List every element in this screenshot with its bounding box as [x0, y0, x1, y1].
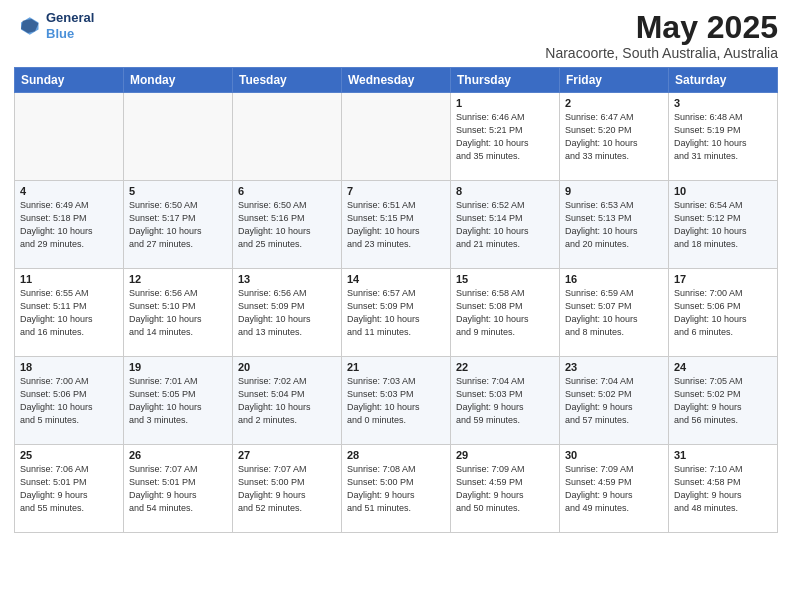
calendar-cell: 10Sunrise: 6:54 AM Sunset: 5:12 PM Dayli… [669, 181, 778, 269]
day-info: Sunrise: 6:53 AM Sunset: 5:13 PM Dayligh… [565, 199, 663, 251]
day-number: 26 [129, 449, 227, 461]
logo: General Blue [14, 10, 94, 41]
calendar-week-2: 4Sunrise: 6:49 AM Sunset: 5:18 PM Daylig… [15, 181, 778, 269]
day-number: 12 [129, 273, 227, 285]
calendar-cell: 29Sunrise: 7:09 AM Sunset: 4:59 PM Dayli… [451, 445, 560, 533]
calendar-cell [124, 93, 233, 181]
day-number: 28 [347, 449, 445, 461]
col-wednesday: Wednesday [342, 68, 451, 93]
day-number: 21 [347, 361, 445, 373]
calendar-cell [233, 93, 342, 181]
day-number: 31 [674, 449, 772, 461]
day-info: Sunrise: 7:00 AM Sunset: 5:06 PM Dayligh… [674, 287, 772, 339]
calendar-cell: 2Sunrise: 6:47 AM Sunset: 5:20 PM Daylig… [560, 93, 669, 181]
day-number: 1 [456, 97, 554, 109]
logo-line2: Blue [46, 26, 74, 41]
day-info: Sunrise: 7:03 AM Sunset: 5:03 PM Dayligh… [347, 375, 445, 427]
day-info: Sunrise: 7:01 AM Sunset: 5:05 PM Dayligh… [129, 375, 227, 427]
calendar-cell: 15Sunrise: 6:58 AM Sunset: 5:08 PM Dayli… [451, 269, 560, 357]
calendar-cell [342, 93, 451, 181]
col-sunday: Sunday [15, 68, 124, 93]
calendar-week-3: 11Sunrise: 6:55 AM Sunset: 5:11 PM Dayli… [15, 269, 778, 357]
day-info: Sunrise: 7:04 AM Sunset: 5:02 PM Dayligh… [565, 375, 663, 427]
day-info: Sunrise: 6:46 AM Sunset: 5:21 PM Dayligh… [456, 111, 554, 163]
day-info: Sunrise: 7:07 AM Sunset: 5:00 PM Dayligh… [238, 463, 336, 515]
day-number: 22 [456, 361, 554, 373]
day-number: 27 [238, 449, 336, 461]
day-info: Sunrise: 7:02 AM Sunset: 5:04 PM Dayligh… [238, 375, 336, 427]
day-number: 25 [20, 449, 118, 461]
day-info: Sunrise: 6:51 AM Sunset: 5:15 PM Dayligh… [347, 199, 445, 251]
day-info: Sunrise: 7:09 AM Sunset: 4:59 PM Dayligh… [565, 463, 663, 515]
day-number: 7 [347, 185, 445, 197]
day-number: 20 [238, 361, 336, 373]
day-number: 9 [565, 185, 663, 197]
title-block: May 2025 Naracoorte, South Australia, Au… [545, 10, 778, 61]
day-info: Sunrise: 6:57 AM Sunset: 5:09 PM Dayligh… [347, 287, 445, 339]
day-number: 13 [238, 273, 336, 285]
calendar-cell: 28Sunrise: 7:08 AM Sunset: 5:00 PM Dayli… [342, 445, 451, 533]
calendar-cell: 6Sunrise: 6:50 AM Sunset: 5:16 PM Daylig… [233, 181, 342, 269]
calendar-cell: 23Sunrise: 7:04 AM Sunset: 5:02 PM Dayli… [560, 357, 669, 445]
day-info: Sunrise: 6:50 AM Sunset: 5:16 PM Dayligh… [238, 199, 336, 251]
day-info: Sunrise: 6:48 AM Sunset: 5:19 PM Dayligh… [674, 111, 772, 163]
calendar-cell: 5Sunrise: 6:50 AM Sunset: 5:17 PM Daylig… [124, 181, 233, 269]
day-info: Sunrise: 7:07 AM Sunset: 5:01 PM Dayligh… [129, 463, 227, 515]
logo-text: General Blue [46, 10, 94, 41]
day-info: Sunrise: 6:52 AM Sunset: 5:14 PM Dayligh… [456, 199, 554, 251]
day-info: Sunrise: 7:04 AM Sunset: 5:03 PM Dayligh… [456, 375, 554, 427]
calendar-cell: 17Sunrise: 7:00 AM Sunset: 5:06 PM Dayli… [669, 269, 778, 357]
calendar-cell: 9Sunrise: 6:53 AM Sunset: 5:13 PM Daylig… [560, 181, 669, 269]
day-number: 18 [20, 361, 118, 373]
calendar-cell: 21Sunrise: 7:03 AM Sunset: 5:03 PM Dayli… [342, 357, 451, 445]
day-info: Sunrise: 7:10 AM Sunset: 4:58 PM Dayligh… [674, 463, 772, 515]
calendar-cell: 1Sunrise: 6:46 AM Sunset: 5:21 PM Daylig… [451, 93, 560, 181]
day-info: Sunrise: 7:08 AM Sunset: 5:00 PM Dayligh… [347, 463, 445, 515]
calendar-header-row: Sunday Monday Tuesday Wednesday Thursday… [15, 68, 778, 93]
col-saturday: Saturday [669, 68, 778, 93]
day-number: 19 [129, 361, 227, 373]
day-info: Sunrise: 6:47 AM Sunset: 5:20 PM Dayligh… [565, 111, 663, 163]
calendar-week-5: 25Sunrise: 7:06 AM Sunset: 5:01 PM Dayli… [15, 445, 778, 533]
day-number: 5 [129, 185, 227, 197]
calendar-cell: 8Sunrise: 6:52 AM Sunset: 5:14 PM Daylig… [451, 181, 560, 269]
logo-line1: General [46, 10, 94, 26]
calendar-cell: 26Sunrise: 7:07 AM Sunset: 5:01 PM Dayli… [124, 445, 233, 533]
calendar-cell: 19Sunrise: 7:01 AM Sunset: 5:05 PM Dayli… [124, 357, 233, 445]
day-number: 29 [456, 449, 554, 461]
page: General Blue May 2025 Naracoorte, South … [0, 0, 792, 612]
day-info: Sunrise: 7:05 AM Sunset: 5:02 PM Dayligh… [674, 375, 772, 427]
day-info: Sunrise: 6:56 AM Sunset: 5:10 PM Dayligh… [129, 287, 227, 339]
day-number: 24 [674, 361, 772, 373]
day-number: 30 [565, 449, 663, 461]
col-monday: Monday [124, 68, 233, 93]
calendar-cell: 20Sunrise: 7:02 AM Sunset: 5:04 PM Dayli… [233, 357, 342, 445]
calendar-week-1: 1Sunrise: 6:46 AM Sunset: 5:21 PM Daylig… [15, 93, 778, 181]
col-tuesday: Tuesday [233, 68, 342, 93]
calendar-cell: 27Sunrise: 7:07 AM Sunset: 5:00 PM Dayli… [233, 445, 342, 533]
day-number: 15 [456, 273, 554, 285]
day-number: 14 [347, 273, 445, 285]
day-info: Sunrise: 6:54 AM Sunset: 5:12 PM Dayligh… [674, 199, 772, 251]
calendar-cell: 24Sunrise: 7:05 AM Sunset: 5:02 PM Dayli… [669, 357, 778, 445]
day-info: Sunrise: 6:49 AM Sunset: 5:18 PM Dayligh… [20, 199, 118, 251]
month-title: May 2025 [545, 10, 778, 45]
col-thursday: Thursday [451, 68, 560, 93]
calendar-cell: 25Sunrise: 7:06 AM Sunset: 5:01 PM Dayli… [15, 445, 124, 533]
calendar-cell: 12Sunrise: 6:56 AM Sunset: 5:10 PM Dayli… [124, 269, 233, 357]
day-number: 2 [565, 97, 663, 109]
calendar: Sunday Monday Tuesday Wednesday Thursday… [14, 67, 778, 533]
day-number: 16 [565, 273, 663, 285]
day-info: Sunrise: 7:06 AM Sunset: 5:01 PM Dayligh… [20, 463, 118, 515]
day-number: 23 [565, 361, 663, 373]
day-info: Sunrise: 6:50 AM Sunset: 5:17 PM Dayligh… [129, 199, 227, 251]
day-info: Sunrise: 7:00 AM Sunset: 5:06 PM Dayligh… [20, 375, 118, 427]
calendar-cell: 13Sunrise: 6:56 AM Sunset: 5:09 PM Dayli… [233, 269, 342, 357]
calendar-cell [15, 93, 124, 181]
calendar-cell: 4Sunrise: 6:49 AM Sunset: 5:18 PM Daylig… [15, 181, 124, 269]
day-info: Sunrise: 6:56 AM Sunset: 5:09 PM Dayligh… [238, 287, 336, 339]
header: General Blue May 2025 Naracoorte, South … [14, 10, 778, 61]
day-number: 4 [20, 185, 118, 197]
day-info: Sunrise: 6:55 AM Sunset: 5:11 PM Dayligh… [20, 287, 118, 339]
day-info: Sunrise: 6:59 AM Sunset: 5:07 PM Dayligh… [565, 287, 663, 339]
